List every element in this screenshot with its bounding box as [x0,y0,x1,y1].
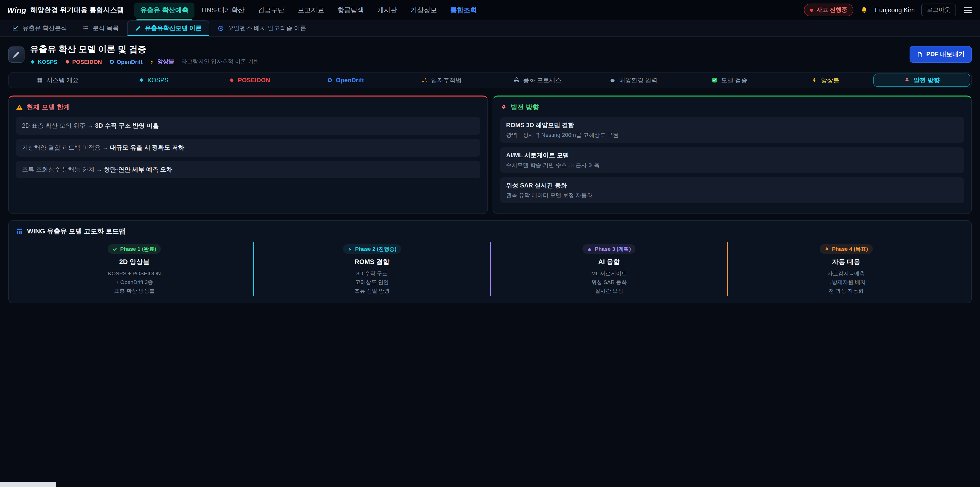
logout-button[interactable]: 로그아웃 [921,3,956,16]
nav-item-weather-info[interactable]: 기상정보 [404,2,443,18]
future-item: ROMS 3D 해양모델 결합 광역→상세역 Nesting 200m급 고해상… [500,117,964,143]
top-nav: Wing 해양환경 위기대응 통합시스템 유출유 확산예측 HNS·대기확산 긴… [0,0,980,21]
nav-item-reports[interactable]: 보고자료 [291,2,330,18]
section-tab-label: KOSPS [148,77,169,84]
phase-line: + OpenDrift 3종 [21,278,248,287]
nav-item-hns-atmospheric[interactable]: HNS·대기확산 [196,2,251,18]
rocket-icon-wrap [500,104,507,111]
sub-nav: 유출유 확산분석 분석 목록 유출유확산모델 이론 오일펜스 배치 알고리즘 이… [0,21,980,37]
phase-line: 위성 SAR 동화 [496,278,722,287]
section-tab-opendrift[interactable]: OpenDrift [298,73,393,87]
ring-icon [109,59,114,64]
document-icon [8,46,24,62]
badge-ensemble: 앙상블 [150,58,174,65]
limitation-text: 조류 조화상수 분해능 한계 → [22,166,104,173]
roadmap-phase-4: Phase 4 (목표) 자동 대응 사고감지→예측 →방제자원 배치 전 과정… [727,242,964,296]
limitation-item: 기상해양 결합 피드백 미적용 → 대규모 유출 시 정확도 저하 [16,139,480,157]
section-tab-label: 모델 검증 [721,76,748,85]
section-tab-label: 시스템 개요 [46,76,79,85]
rocket-icon [824,246,829,252]
app-root: Wing 해양환경 위기대응 통합시스템 유출유 확산예측 HNS·대기확산 긴… [0,0,980,487]
incident-status-badge[interactable]: 사고 진행중 [804,3,853,16]
limitation-text: 2D 표층 확산 모의 위주 → [22,122,95,129]
section-tab-kosps[interactable]: KOSPS [106,73,202,87]
phase-line: 고해상도 연안 [259,278,485,287]
bell-icon [860,6,868,14]
section-tab-label: 앙상블 [821,76,839,85]
roadmap-phase-1: Phase 1 (완료) 2D 앙상블 KOSPS + POSEIDON + O… [16,242,253,296]
section-tab-future-directions[interactable]: 발전 방향 [873,73,970,87]
nav-item-air-search[interactable]: 항공탐색 [331,2,370,18]
section-tab-particle-tracking[interactable]: 입자추적법 [393,73,490,87]
section-tab-poseidon[interactable]: POSEIDON [202,73,298,87]
nav-label: 게시판 [377,5,397,14]
app-title: 해양환경 위기대응 통합시스템 [30,5,124,14]
browser-status-bar [0,481,56,487]
top-nav-right: 사고 진행중 Eunjeong Kim 로그아웃 [804,3,973,16]
tab-analysis-list[interactable]: 분석 목록 [75,21,126,36]
phase-badge: Phase 3 (계획) [583,244,635,254]
grid-icon [37,77,43,83]
brand: Wing 해양환경 위기대응 통합시스템 [7,5,124,14]
section-tab-weathering[interactable]: 풍화 프로세스 [490,73,585,87]
bars-icon [587,246,592,252]
nav-label: 보고자료 [298,5,324,14]
chart-icon [12,25,19,32]
check-icon [113,246,118,252]
tab-model-theory[interactable]: 유출유확산모델 이론 [127,21,209,36]
nav-item-board[interactable]: 게시판 [371,2,403,18]
phase-badge: Phase 1 (완료) [108,244,161,254]
section-tab-label: 입자추적법 [431,76,462,85]
list-icon [83,25,89,32]
section-tab-validation[interactable]: 모델 검증 [681,73,777,87]
badge-label: POSEIDON [72,59,102,65]
pen-icon [12,50,21,59]
incident-status-label: 사고 진행중 [816,6,847,14]
future-item-title: 위성 SAR 실시간 동화 [506,181,958,190]
future-item-desc: 광역→상세역 Nesting 200m급 고해상도 구현 [506,131,958,139]
target-icon [218,25,224,32]
limitation-item: 2D 표층 확산 모의 위주 → 3D 수직 구조 반영 미흡 [16,117,480,135]
future-title: 발전 방향 [511,103,539,112]
pdf-export-label: PDF 내보내기 [926,50,965,59]
section-tab-label: 해양환경 입력 [619,76,658,85]
cloud-icon [609,77,616,83]
roadmap-title-row: WING 유출유 모델 고도화 로드맵 [16,227,964,236]
nav-item-integrated-search[interactable]: 통합조회 [444,2,483,18]
phase-line: 사고감지→예측 [733,269,959,278]
main-menu: 유출유 확산예측 HNS·대기확산 긴급구난 보고자료 항공탐색 게시판 기상정… [134,0,483,20]
nav-item-emergency-rescue[interactable]: 긴급구난 [251,2,290,18]
tab-boom-algorithm[interactable]: 오일펜스 배치 알고리즘 이론 [210,21,313,36]
table-icon [16,228,23,235]
pulse-dot-icon [810,8,813,11]
section-tabs: 시스템 개요 KOSPS POSEIDON OpenDrift 입자추적법 풍화… [8,72,972,88]
phase-badge-label: Phase 1 (완료) [120,246,156,252]
roadmap-phase-3: Phase 3 (계획) AI 융합 ML 서로게이트 위성 SAR 동화 실시… [490,242,727,296]
pdf-export-button[interactable]: PDF 내보내기 [909,46,972,63]
section-tab-overview[interactable]: 시스템 개요 [10,73,106,87]
page-header: 유출유 확산 모델 이론 및 검증 KOSPS POSEIDON OpenDri… [0,37,980,71]
badge-label: 앙상블 [158,58,174,65]
limitations-title-row: 현재 모델 한계 [16,103,480,112]
section-tab-ocean-input[interactable]: 해양환경 입력 [585,73,681,87]
section-tab-ensemble[interactable]: 앙상블 [777,73,873,87]
app-logo: Wing [7,6,26,14]
badge-label: OpenDrift [117,59,142,65]
nav-item-oil-spill-forecast[interactable]: 유출유 확산예측 [134,2,194,18]
wind-icon [514,77,520,83]
future-item-title: ROMS 3D 해양모델 결합 [506,121,958,130]
phase-line: 전 과정 자동화 [733,286,959,295]
future-directions-panel: 발전 방향 ROMS 3D 해양모델 결합 광역→상세역 Nesting 200… [492,96,972,214]
hamburger-menu-button[interactable] [963,5,973,15]
tab-spill-analysis[interactable]: 유출유 확산분석 [5,21,74,36]
particles-icon [422,77,428,83]
notification-bell-button[interactable] [860,6,868,14]
nav-label: 유출유 확산예측 [140,5,188,14]
limitation-highlight: 항만·연안 세부 예측 오차 [104,166,172,173]
dot-icon [65,59,70,64]
limitations-title: 현재 모델 한계 [27,103,70,112]
ring-icon [327,78,332,83]
page-title: 유출유 확산 모델 이론 및 검증 [30,43,259,55]
phase-line: KOSPS + POSEIDON [21,269,248,278]
section-tab-label: 발전 방향 [914,76,940,85]
